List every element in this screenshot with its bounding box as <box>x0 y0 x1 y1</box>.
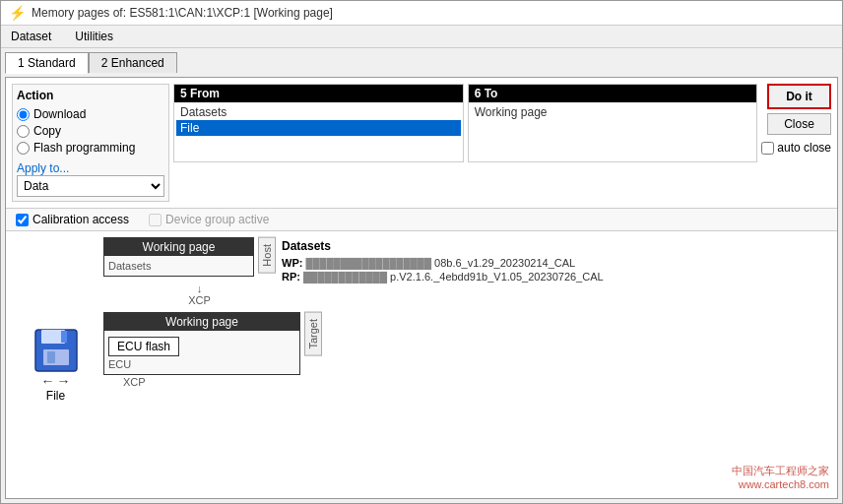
auto-close-label: auto close <box>777 141 831 155</box>
radio-download-label: Download <box>33 107 86 121</box>
to-number: 6 <box>475 87 485 100</box>
device-group-checkbox <box>149 214 162 226</box>
from-list: Datasets File <box>174 102 463 161</box>
apply-label[interactable]: Apply to... <box>17 161 164 175</box>
radio-copy-label: Copy <box>33 124 61 138</box>
host-block: Working page Datasets <box>103 237 254 277</box>
window-icon: ⚡ <box>9 5 26 21</box>
main-window: ⚡ Memory pages of: ES581:1\CAN:1\XCP:1 [… <box>0 0 843 504</box>
menu-utilities[interactable]: Utilities <box>69 28 119 45</box>
auto-close-row: auto close <box>761 141 831 155</box>
auto-close-checkbox[interactable] <box>761 142 774 155</box>
from-item-file[interactable]: File <box>176 120 461 136</box>
right-arrow-icon: → <box>57 373 71 389</box>
datasets-host-row: Datasets <box>108 260 249 272</box>
wp-value-text: 08b.6_v1.29_20230214_CAL <box>434 257 575 269</box>
radio-flash-input[interactable] <box>17 142 30 155</box>
buttons-col: Do it Close auto close <box>761 84 831 155</box>
arrows-row: ← → <box>41 373 71 389</box>
from-box: 5 From Datasets File <box>173 84 464 162</box>
to-box: 6 To Working page <box>468 84 758 162</box>
ecu-flash-label: ECU flash <box>117 340 170 353</box>
file-label: File <box>46 389 65 403</box>
apply-section: Apply to... Data <box>17 161 164 197</box>
datasets-host-label: Datasets <box>108 260 151 272</box>
device-group-label: Device group active <box>149 213 269 226</box>
ecu-flash-box: ECU flash <box>108 337 179 356</box>
radio-flash-label: Flash programming <box>33 141 135 155</box>
xcp-down-icon: ↓ <box>197 283 203 294</box>
radio-download-input[interactable] <box>17 108 30 121</box>
do-it-button[interactable]: Do it <box>767 84 831 109</box>
calibration-access-label[interactable]: Calibration access <box>16 213 129 226</box>
diagram-container: ← → File Working page Datasets <box>6 231 837 498</box>
rp-value-text: p.V2.1.6._4ebdd91b_V1.05_20230726_CAL <box>390 271 604 283</box>
from-to-section: 5 From Datasets File 6 To <box>173 84 757 162</box>
target-vert-label: Target <box>304 312 322 356</box>
wp-key: WP: <box>282 257 302 269</box>
datasets-right-title: Datasets <box>282 239 829 253</box>
left-arrow-icon: ← <box>41 373 55 389</box>
radio-flash[interactable]: Flash programming <box>17 141 164 155</box>
radio-copy[interactable]: Copy <box>17 124 164 138</box>
working-page-host-title: Working page <box>104 238 253 256</box>
calibration-row: Calibration access Device group active <box>6 209 837 231</box>
left-col: ← → File <box>14 237 97 492</box>
menu-dataset[interactable]: Dataset <box>5 28 57 45</box>
xcp-arrow: ↓ XCP <box>123 283 276 306</box>
wp-value: ██████████████████ <box>305 258 431 269</box>
to-label: To <box>485 87 498 100</box>
wp-dataset-row: WP: ██████████████████ 08b.6_v1.29_20230… <box>282 257 829 269</box>
close-button[interactable]: Close <box>767 113 831 135</box>
tab-enhanced[interactable]: 2 Enhanced <box>89 52 177 73</box>
to-header: 6 To <box>469 85 757 102</box>
from-label: From <box>190 87 220 100</box>
rp-dataset-row: RP: ████████████ p.V2.1.6._4ebdd91b_V1.0… <box>282 271 829 283</box>
xcp-bottom-label: XCP <box>103 376 300 388</box>
to-item-working-page[interactable]: Working page <box>471 104 755 120</box>
tab-standard[interactable]: 1 Standard <box>5 52 89 74</box>
device-group-text: Device group active <box>165 213 269 226</box>
action-title: Action <box>17 89 164 102</box>
from-item-datasets[interactable]: Datasets <box>176 104 461 120</box>
radio-download[interactable]: Download <box>17 107 164 121</box>
top-section: Action Download Copy Flash programming <box>6 78 837 209</box>
to-list: Working page <box>469 102 757 161</box>
action-box: Action Download Copy Flash programming <box>12 84 169 202</box>
calibration-access-checkbox[interactable] <box>16 214 29 226</box>
from-header: 5 From <box>174 85 463 102</box>
calibration-access-text: Calibration access <box>32 213 129 226</box>
window-title: Memory pages of: ES581:1\CAN:1\XCP:1 [Wo… <box>32 6 333 20</box>
watermark-line2: www.cartech8.com <box>732 478 829 490</box>
menu-bar: Dataset Utilities <box>1 26 842 48</box>
floppy-icon <box>33 328 79 373</box>
watermark: 中国汽车工程师之家 www.cartech8.com <box>732 464 829 490</box>
tabs-row: 1 Standard 2 Enhanced <box>5 52 838 73</box>
xcp-label: XCP <box>188 294 211 306</box>
radio-copy-input[interactable] <box>17 125 30 138</box>
watermark-line1: 中国汽车工程师之家 <box>732 464 829 478</box>
host-vert-label: Host <box>258 237 276 274</box>
center-col: Working page Datasets Host ↓ XCP <box>103 237 276 492</box>
main-content: 1 Standard 2 Enhanced Action Download Co… <box>1 48 842 503</box>
apply-dropdown[interactable]: Data <box>17 175 164 197</box>
target-block: Working page ECU flash ECU <box>103 312 300 375</box>
from-number: 5 <box>180 87 190 100</box>
svg-rect-4 <box>47 351 55 363</box>
rp-key: RP: <box>282 271 300 283</box>
content-panel: Action Download Copy Flash programming <box>5 77 838 499</box>
right-col: Datasets WP: ██████████████████ 08b.6_v1… <box>282 237 829 492</box>
working-page-target-title: Working page <box>104 313 299 331</box>
svg-rect-3 <box>43 349 69 365</box>
ecu-label: ECU <box>108 358 295 370</box>
rp-value: ████████████ <box>303 272 387 283</box>
svg-rect-2 <box>61 331 67 343</box>
title-bar: ⚡ Memory pages of: ES581:1\CAN:1\XCP:1 [… <box>1 1 842 26</box>
